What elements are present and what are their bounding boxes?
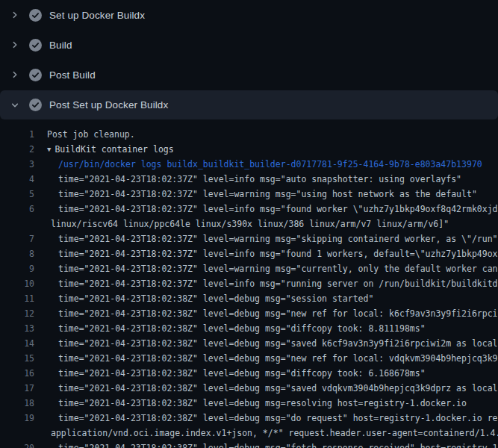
log-line-number[interactable]: 3 — [0, 157, 34, 172]
log-line-continuation: application/vnd.oci.image.index.v1+json,… — [0, 426, 498, 441]
log-line-number[interactable]: 6 — [0, 202, 34, 217]
chevron-down-icon[interactable] — [9, 99, 21, 111]
log-text: time="2021-04-23T18:02:38Z" level=debug … — [34, 306, 498, 321]
log-command-text: /usr/bin/docker logs buildx_buildkit_bui… — [34, 157, 482, 172]
log-line-number[interactable]: 12 — [0, 306, 34, 321]
log-text: time="2021-04-23T18:02:37Z" level=warnin… — [34, 187, 477, 202]
log-line: 16time="2021-04-23T18:02:38Z" level=debu… — [0, 366, 498, 381]
log-text: ▼BuildKit container logs — [34, 142, 174, 157]
step-label: Post Build — [49, 69, 96, 81]
log-text: time="2021-04-23T18:02:37Z" level=info m… — [34, 172, 461, 187]
log-line-continuation: linux/riscv64 linux/ppc64le linux/s390x … — [0, 217, 498, 231]
log-line: 18time="2021-04-23T18:02:38Z" level=debu… — [0, 396, 498, 411]
log-line-number[interactable]: 16 — [0, 366, 34, 381]
log-line: 1Post job cleanup. — [0, 127, 498, 142]
log-line-number[interactable]: 17 — [0, 381, 34, 396]
step-row-set-up-docker-buildx[interactable]: Set up Docker Buildx — [0, 0, 498, 30]
log-line: 19time="2021-04-23T18:02:38Z" level=debu… — [0, 411, 498, 426]
check-circle-icon — [29, 69, 42, 81]
log-text: time="2021-04-23T18:02:37Z" level=info m… — [34, 202, 498, 217]
log-text: time="2021-04-23T18:02:38Z" level=debug … — [34, 381, 498, 396]
chevron-right-icon[interactable] — [9, 39, 21, 51]
log-text: time="2021-04-23T18:02:38Z" level=debug … — [34, 366, 426, 381]
log-line-number[interactable]: 18 — [0, 396, 34, 411]
log-line-number[interactable]: 13 — [0, 321, 34, 336]
log-line: 3/usr/bin/docker logs buildx_buildkit_bu… — [0, 157, 498, 172]
log-text: time="2021-04-23T18:02:37Z" level=info m… — [34, 276, 498, 291]
log-text: time="2021-04-23T18:02:38Z" level=debug … — [34, 441, 498, 448]
log-line: 10time="2021-04-23T18:02:37Z" level=info… — [0, 276, 498, 291]
log-text: time="2021-04-23T18:02:37Z" level=warnin… — [34, 261, 498, 276]
step-label: Build — [49, 40, 72, 51]
log-text: time="2021-04-23T18:02:38Z" level=debug … — [34, 411, 498, 426]
log-group-collapse-icon[interactable]: ▼ — [47, 142, 51, 157]
log-line: 17time="2021-04-23T18:02:38Z" level=debu… — [0, 381, 498, 396]
chevron-right-icon[interactable] — [9, 9, 21, 21]
log-line-number[interactable]: 1 — [0, 127, 34, 142]
log-line-number[interactable]: 19 — [0, 411, 34, 426]
log-line-number[interactable]: 14 — [0, 336, 34, 351]
log-text: time="2021-04-23T18:02:38Z" level=debug … — [34, 396, 467, 411]
check-circle-icon — [29, 9, 42, 22]
step-label: Post Set up Docker Buildx — [49, 99, 168, 111]
log-text: time="2021-04-23T18:02:38Z" level=debug … — [34, 291, 373, 306]
log-line: 7time="2021-04-23T18:02:37Z" level=warni… — [0, 231, 498, 246]
log-line: 4time="2021-04-23T18:02:37Z" level=info … — [0, 172, 498, 187]
step-label: Set up Docker Buildx — [49, 10, 145, 21]
log-line-number — [0, 217, 34, 231]
log-text: time="2021-04-23T18:02:37Z" level=info m… — [34, 246, 498, 261]
log-line: 15time="2021-04-23T18:02:38Z" level=debu… — [0, 351, 498, 366]
log-line-number[interactable]: 2 — [0, 142, 34, 157]
steps-list: Set up Docker BuildxBuildPost BuildPost … — [0, 0, 498, 119]
log-text: linux/riscv64 linux/ppc64le linux/s390x … — [34, 217, 449, 231]
log-line-number[interactable]: 10 — [0, 276, 34, 291]
log-group-title[interactable]: BuildKit container logs — [55, 144, 173, 155]
log-line-number[interactable]: 8 — [0, 246, 34, 261]
log-line: 9time="2021-04-23T18:02:37Z" level=warni… — [0, 261, 498, 276]
log-text: time="2021-04-23T18:02:38Z" level=debug … — [34, 321, 426, 336]
log-line-number[interactable]: 4 — [0, 172, 34, 187]
log-text: Post job cleanup. — [34, 127, 135, 142]
log-line-number[interactable]: 7 — [0, 231, 34, 246]
log-line: 8time="2021-04-23T18:02:37Z" level=info … — [0, 246, 498, 261]
log-line-number[interactable]: 5 — [0, 187, 34, 202]
step-row-post-build[interactable]: Post Build — [0, 60, 498, 90]
log-viewer: 1Post job cleanup.2▼BuildKit container l… — [0, 119, 498, 448]
log-line-number[interactable]: 9 — [0, 261, 34, 276]
log-line-number — [0, 426, 34, 441]
log-line: 6time="2021-04-23T18:02:37Z" level=info … — [0, 202, 498, 217]
log-line: 12time="2021-04-23T18:02:38Z" level=debu… — [0, 306, 498, 321]
log-line-number[interactable]: 11 — [0, 291, 34, 306]
chevron-right-icon[interactable] — [9, 69, 21, 81]
log-text: application/vnd.oci.image.index.v1+json,… — [34, 426, 498, 441]
log-line: 2▼BuildKit container logs — [0, 142, 498, 157]
log-line: 20time="2021-04-23T18:02:38Z" level=debu… — [0, 441, 498, 448]
log-line: 14time="2021-04-23T18:02:38Z" level=debu… — [0, 336, 498, 351]
log-text: time="2021-04-23T18:02:38Z" level=debug … — [34, 351, 498, 366]
step-row-post-set-up-docker-buildx[interactable]: Post Set up Docker Buildx — [0, 90, 498, 119]
log-line-number[interactable]: 15 — [0, 351, 34, 366]
log-line: 5time="2021-04-23T18:02:37Z" level=warni… — [0, 187, 498, 202]
check-circle-icon — [29, 99, 42, 111]
log-line: 11time="2021-04-23T18:02:38Z" level=debu… — [0, 291, 498, 306]
step-row-build[interactable]: Build — [0, 30, 498, 60]
log-line: 13time="2021-04-23T18:02:38Z" level=debu… — [0, 321, 498, 336]
log-text: time="2021-04-23T18:02:37Z" level=warnin… — [34, 231, 498, 246]
log-text: time="2021-04-23T18:02:38Z" level=debug … — [34, 336, 498, 351]
check-circle-icon — [29, 39, 42, 52]
log-line-number[interactable]: 20 — [0, 441, 34, 448]
